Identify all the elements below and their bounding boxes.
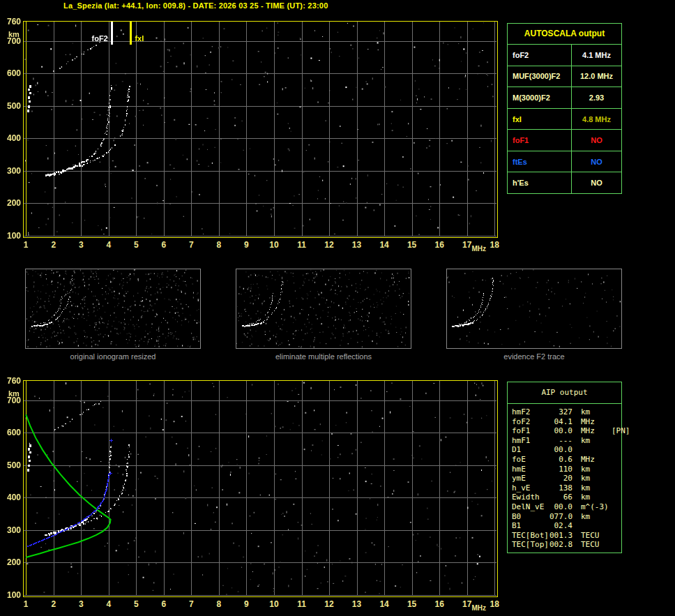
- thumbnail-eliminate-reflections: [236, 269, 411, 349]
- x-axis-tick-label: 14: [376, 241, 393, 249]
- x-axis-tick-label: 3: [73, 600, 89, 608]
- aip-cell: 138: [549, 483, 572, 493]
- aip-cell: foF2: [512, 417, 549, 427]
- aip-cell: hmF1: [512, 436, 549, 446]
- aip-cell: km: [581, 407, 612, 417]
- x-axis-tick-label: 10: [266, 600, 282, 608]
- aip-cell: hmE: [512, 465, 549, 474]
- aip-cell: [572, 521, 581, 531]
- aip-row-ewidth: Ewidth66km: [512, 493, 621, 502]
- x-axis-tick-label: 14: [376, 600, 393, 608]
- y-axis-unit-label: km: [8, 389, 20, 398]
- autoscala-row-label: MUF(3000)F2: [508, 66, 572, 87]
- autoscala-row-label: fxI: [508, 109, 572, 130]
- aip-cell: [572, 445, 581, 455]
- autoscala-row-label: M(3000)F2: [508, 87, 572, 108]
- fxi-marker-label: fxI: [135, 34, 144, 43]
- thumbnail-caption-eliminate: eliminate multiple reflections: [236, 352, 411, 361]
- aip-cell: [612, 502, 621, 512]
- x-axis-tick-label: 13: [349, 241, 365, 249]
- aip-row-delnve: DelN_vE00.0m^(-3): [512, 502, 621, 512]
- aip-cell: foE: [512, 455, 549, 465]
- thumbnail-caption-evidence: evidence F2 trace: [446, 352, 622, 361]
- x-axis-tick-label: 6: [156, 241, 172, 249]
- fof2-marker-label: foF2: [92, 34, 108, 43]
- autoscala-row-label: foF2: [508, 45, 572, 66]
- x-axis-tick-label: 1: [17, 600, 34, 608]
- aip-cell: 00.0: [549, 426, 572, 436]
- aip-table-body: hmF2327kmfoF204.1MHzfoF100.0MHz[PN]hmF1-…: [508, 404, 621, 550]
- y-axis-tick-label: 400: [1, 493, 21, 502]
- aip-cell: hmF2: [512, 407, 549, 417]
- thumbnail-original-ionogram: [25, 269, 201, 349]
- aip-row-foe: foE0.6MHz: [512, 455, 621, 465]
- aip-row-hme: hmE110km: [512, 465, 621, 474]
- y-axis-tick-label: 760: [1, 377, 21, 385]
- thumbnail-evidence-canvas: [447, 269, 621, 348]
- aip-cell: [612, 436, 621, 446]
- aip-cell: TECU: [581, 531, 612, 541]
- aip-cell: [612, 445, 621, 455]
- aip-cell: 00.0: [549, 445, 572, 455]
- x-axis-tick-label: 13: [349, 600, 365, 608]
- y-axis-tick-label: 600: [1, 428, 21, 437]
- x-axis-tick-label: 12: [321, 600, 338, 608]
- x-axis-tick-label: 4: [100, 241, 117, 249]
- aip-cell: [572, 407, 581, 417]
- x-axis-tick-label: 7: [183, 600, 199, 608]
- aip-row-fof2: foF204.1MHz: [512, 417, 621, 427]
- aip-row-b1: B102.4: [512, 521, 621, 531]
- x-axis-tick-label: 8: [211, 241, 227, 249]
- autoscala-row-fof2: foF24.1 MHz: [508, 45, 621, 66]
- x-axis-unit-label: MHz: [471, 604, 486, 612]
- autoscala-row-value: 4.8 MHz: [572, 109, 621, 130]
- autoscala-row-value: 4.1 MHz: [572, 45, 621, 66]
- autoscala-row-label: foF1: [508, 130, 572, 151]
- profile-ionogram-canvas: [23, 380, 498, 597]
- x-axis-tick-label: 16: [431, 600, 448, 608]
- aip-row-fof1: foF100.0MHz[PN]: [512, 426, 621, 436]
- thumbnail-caption-original: original ionogram resized: [25, 352, 201, 361]
- x-axis-tick-label: 5: [128, 241, 144, 249]
- aip-cell: [572, 465, 581, 474]
- aip-cell: [612, 521, 621, 531]
- x-axis-tick-label: 6: [156, 600, 172, 608]
- x-axis-tick-label: 11: [294, 600, 310, 608]
- autoscala-row-value: NO: [572, 172, 621, 193]
- x-axis-tick-label: 5: [128, 600, 144, 608]
- aip-cell: km: [581, 512, 612, 522]
- y-axis-tick-label: 200: [1, 558, 21, 566]
- x-axis-tick-label: 9: [238, 600, 255, 608]
- aip-cell: km: [581, 483, 612, 493]
- y-axis-tick-label: 760: [1, 17, 21, 26]
- aip-cell: [572, 512, 581, 522]
- thumbnail-eliminate-canvas: [236, 269, 411, 348]
- autoscala-output-table: AUTOSCALA output foF24.1 MHzMUF(3000)F21…: [507, 23, 622, 194]
- x-axis-tick-label: 15: [404, 600, 420, 608]
- aip-cell: ---: [549, 436, 572, 446]
- aip-cell: km: [581, 493, 612, 502]
- aip-cell: [572, 502, 581, 512]
- x-axis-tick-label: 8: [211, 600, 227, 608]
- aip-cell: D1: [512, 445, 549, 455]
- aip-cell: B0: [512, 512, 549, 522]
- y-axis-unit-label: km: [8, 30, 20, 38]
- aip-cell: 077.0: [549, 512, 572, 522]
- x-axis-tick-label: 4: [100, 600, 117, 608]
- aip-cell: [572, 493, 581, 502]
- y-axis-tick-label: 100: [1, 232, 21, 240]
- x-axis-tick-label: 18: [486, 241, 503, 249]
- aip-cell: [612, 407, 621, 417]
- aip-cell: 0.6: [549, 455, 572, 465]
- y-axis-tick-label: 100: [1, 591, 21, 599]
- autoscala-row-value: NO: [572, 151, 621, 172]
- aip-cell: DelN_vE: [512, 502, 549, 512]
- autoscala-output-screen: { "title": "La_Spezia (lat: +44.1, lon: …: [0, 0, 675, 616]
- aip-cell: [572, 417, 581, 427]
- x-axis-tick-label: 2: [45, 241, 62, 249]
- autoscala-row-ftes: ftEsNO: [508, 151, 621, 173]
- aip-cell: [572, 474, 581, 483]
- autoscala-row-value: 12.0 MHz: [572, 66, 621, 87]
- aip-cell: 001.3: [549, 531, 572, 541]
- y-axis-tick-label: 600: [1, 69, 21, 77]
